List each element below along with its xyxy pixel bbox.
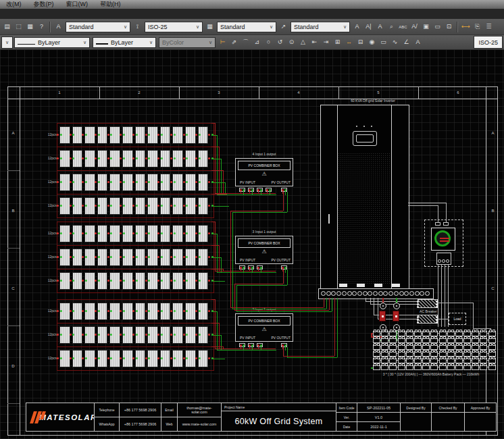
mleader-style-dropdown[interactable]: Standard ∨ [291,22,350,32]
measure-tool-icon[interactable]: ⟷ [460,21,472,32]
sheet-column-label: 6 [418,91,498,95]
continue-dim-icon[interactable]: ⊞ [332,36,343,48]
aligned-dimension-icon[interactable]: ⇗ [228,36,240,48]
text-style-edit-icon[interactable]: A/ [409,21,420,32]
convert-text-icon[interactable]: ⊡ [443,21,455,32]
edit-text-icon[interactable]: A [374,21,386,32]
color-control-dropdown[interactable]: ∨ [1,36,13,49]
connector-dot [70,334,72,336]
single-line-text-icon[interactable]: A [351,21,363,32]
connector-dot [60,357,62,359]
diameter-icon[interactable]: ⊙ [286,36,297,48]
battery-row [373,344,497,350]
connector-dot [132,357,134,359]
terminal-circle [415,291,420,296]
connector-dot [107,256,109,258]
battery-cell [373,358,380,363]
connector-dot [60,256,62,258]
connector-dot [70,280,72,282]
breaker-pin [436,301,438,303]
connector-dot [161,357,163,359]
radius-icon[interactable]: ○ [263,36,274,48]
connector-dot [132,232,134,234]
command-list-icon[interactable]: ☰ [483,21,495,32]
mleader-style-icon[interactable]: ↗ [278,21,289,32]
pv-input-label: PV INPUT [240,180,255,184]
connector-dot [107,205,109,207]
center-mark-icon[interactable]: ▭ [378,36,389,48]
copy-object-icon[interactable]: ⎘ [472,21,483,32]
sheet-column-label: 3 [179,91,259,95]
wire [211,206,229,207]
wire [285,346,286,351]
breaker-terminal [393,303,400,309]
sheet-row-label-right: B [487,209,499,213]
mtext-icon[interactable]: A| [363,21,374,32]
ordinate-icon[interactable]: ⊿ [251,36,263,48]
connector-dot [107,232,109,234]
jogged-radius-icon[interactable]: ↺ [274,36,286,48]
scale-text-icon[interactable]: ▣ [420,21,432,32]
justify-text-icon[interactable]: ▭ [432,21,443,32]
battery-row [373,351,497,357]
menu-item[interactable]: 参数(P) [28,0,60,9]
connector-dot [170,232,172,234]
gauge-bar [440,238,449,239]
dim-style-icon[interactable]: ⟟ [132,21,143,32]
chevron-down-icon: ∨ [270,24,273,30]
terminal-circle [357,291,362,296]
connector-dot [199,280,201,282]
lineweight-dropdown[interactable]: ByLayer ∨ [93,37,156,48]
baseline-dim-icon[interactable]: ⇥ [320,36,332,48]
titlebar-strip [0,9,504,20]
version-label: Ver. [336,412,357,422]
quick-dim-icon[interactable]: ⇤ [309,36,320,48]
find-replace-icon[interactable]: ⌕ [386,21,397,32]
text-style-dropdown[interactable]: Standard ∨ [66,22,130,32]
linear-dimension-icon[interactable]: ⊢ [217,36,228,48]
arc-length-icon[interactable]: ⌒ [240,36,251,48]
design-center-icon[interactable]: ⬚ [13,21,24,32]
brand-name: MATESOLAR [39,413,97,421]
tolerance-icon[interactable]: ◉ [366,36,378,48]
wire [332,298,332,311]
properties-toolbar: ∨ ByLayer ∨ ByLayer ∨ ByColor ∨ ⊢⇗⌒⊿○↺⊙△… [0,35,504,50]
spell-check-icon[interactable]: ABC [397,21,409,32]
connector-dot [183,205,185,207]
connector-dot [95,256,97,258]
fuse-indicator [392,284,400,287]
dim-update-icon[interactable]: A [412,36,424,48]
properties-palette-icon[interactable]: ▦ [24,21,36,32]
linetype-dropdown[interactable]: ByLayer ∨ [14,37,90,48]
angular-icon[interactable]: △ [297,36,309,48]
drawing-canvas[interactable]: 123456AABBCCDD 60 KVA Off-grid Solar Inv… [0,50,504,439]
plotstyle-value: ByColor [162,39,184,46]
connector-dot [95,181,97,183]
dim-space-icon[interactable]: ↔ [343,36,355,48]
help-icon[interactable]: ? [36,21,47,32]
jog-line-icon[interactable]: ∿ [389,36,401,48]
battery-cell [373,344,380,350]
wire [287,357,337,358]
chevron-down-icon: ∨ [124,24,127,30]
menu-item[interactable]: 窗口(W) [60,0,95,9]
wire [261,346,261,351]
dim-break-icon[interactable]: ⊟ [355,36,366,48]
battery-cell [414,344,422,350]
pv-string-count-label: 12pcs [42,180,57,184]
menu-item[interactable]: 帮助(H) [94,0,127,9]
wire [408,203,446,203]
text-style-icon[interactable]: A [53,21,64,32]
checked-by-label: Checked By [431,403,465,413]
terminal-circle [425,291,430,296]
plot-preview-icon[interactable]: ▤ [1,21,13,32]
dim-angle-icon[interactable]: ∠ [401,36,412,48]
battery-cell [455,331,463,336]
table-style-dropdown[interactable]: Standard ∨ [217,22,276,32]
connector-dot [70,205,72,207]
dim-style-dropdown[interactable]: ISO-25 ∨ [145,22,203,32]
menu-item[interactable]: 改(M) [0,0,28,9]
terminal-dot [446,259,449,263]
pv-string-count-label: 12pcs [42,255,57,259]
table-style-icon[interactable]: ▦ [204,21,216,32]
